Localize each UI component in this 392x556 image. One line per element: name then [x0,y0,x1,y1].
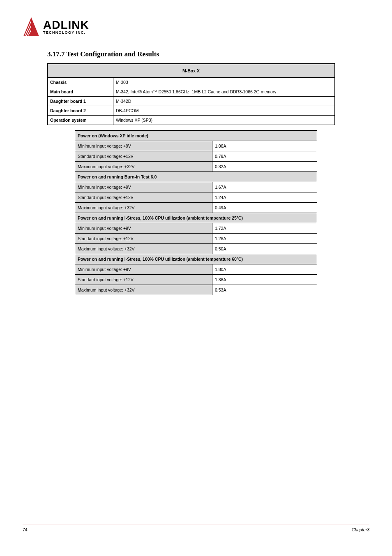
table-row: Standard input voltage: +12V1.28A [75,234,317,244]
chapter-label: Chapter3 [352,527,369,532]
table-row: Operation system Windows XP (SP3) [48,116,335,125]
table-row: Maximum input voltage: +32V0.49A [75,203,317,213]
power-param: Maximum input voltage: +32V [75,203,212,213]
table-row: Maximum input voltage: +32V0.32A [75,162,317,172]
table-row: Minimum input voltage: +9V1.80A [75,264,317,275]
power-section-header: Power on and running i-Stress, 100% CPU … [75,213,317,223]
power-section-header: Power on and running i-Stress, 100% CPU … [75,254,317,264]
config-value: M-342, Intel® Atom™ D2550 1.86GHz, 1MB L… [113,87,335,97]
config-value: M-303 [113,78,335,87]
power-param: Minimum input voltage: +9V [75,223,212,234]
config-value: DB-4PCOM [113,106,335,116]
power-param: Maximum input voltage: +32V [75,162,212,172]
power-value: 1.28A [212,234,317,244]
power-value: 1.06A [212,141,317,151]
power-value: 0.50A [212,244,317,254]
config-label: Daughter board 1 [48,97,113,106]
power-value: 1.72A [212,223,317,234]
power-param: Minimum input voltage: +9V [75,264,212,275]
power-param: Standard input voltage: +12V [75,234,212,244]
table-row: Maximum input voltage: +32V0.50A [75,244,317,254]
logo-sub-text: TECHNOLOGY INC. [43,30,89,35]
power-value: 0.79A [212,151,317,162]
power-param: Standard input voltage: +12V [75,192,212,203]
power-table: Power on (Windows XP idle mode) Minimum … [75,130,317,295]
table-row: Main board M-342, Intel® Atom™ D2550 1.8… [48,87,335,97]
power-param: Standard input voltage: +12V [75,151,212,162]
power-param: Maximum input voltage: +32V [75,244,212,254]
config-label: Chassis [48,78,113,87]
config-table-header: M-Box X [48,64,335,78]
power-param: Minimum input voltage: +9V [75,141,212,151]
power-value: 0.49A [212,203,317,213]
power-param: Standard input voltage: +12V [75,275,212,285]
config-label: Operation system [48,116,113,125]
config-value: M-342D [113,97,335,106]
power-value: 0.53A [212,285,317,295]
logo: ADLINK TECHNOLOGY INC. [23,16,369,38]
config-value: Windows XP (SP3) [113,116,335,125]
adlink-logo-icon [23,16,40,38]
power-value: 0.32A [212,162,317,172]
power-value: 1.38A [212,275,317,285]
table-row: Daughter board 1 M-342D [48,97,335,106]
config-label: Daughter board 2 [48,106,113,116]
logo-text: ADLINK TECHNOLOGY INC. [43,20,89,35]
table-row: Minimum input voltage: +9V1.72A [75,223,317,234]
table-row: Chassis M-303 [48,78,335,87]
power-value: 1.67A [212,182,317,192]
table-row: Minimum input voltage: +9V1.06A [75,141,317,151]
page-number: 74 [23,527,28,532]
power-value: 1.80A [212,264,317,275]
power-param: Minimum input voltage: +9V [75,182,212,192]
config-table: M-Box X Chassis M-303 Main board M-342, … [47,63,335,125]
section-heading: 3.17.7 Test Configuration and Results [47,50,369,58]
table-row: Maximum input voltage: +32V0.53A [75,285,317,295]
logo-main-text: ADLINK [43,20,89,31]
power-param: Maximum input voltage: +32V [75,285,212,295]
table-row: Standard input voltage: +12V0.79A [75,151,317,162]
page-footer: 74 Chapter3 [23,524,369,532]
power-section-header: Power on (Windows XP idle mode) [75,130,317,141]
table-row: Minimum input voltage: +9V1.67A [75,182,317,192]
table-row: Daughter board 2 DB-4PCOM [48,106,335,116]
power-section-header: Power on and running Burn-in Test 6.0 [75,172,317,182]
table-row: Standard input voltage: +12V1.24A [75,192,317,203]
table-row: Standard input voltage: +12V1.38A [75,275,317,285]
power-value: 1.24A [212,192,317,203]
config-label: Main board [48,87,113,97]
